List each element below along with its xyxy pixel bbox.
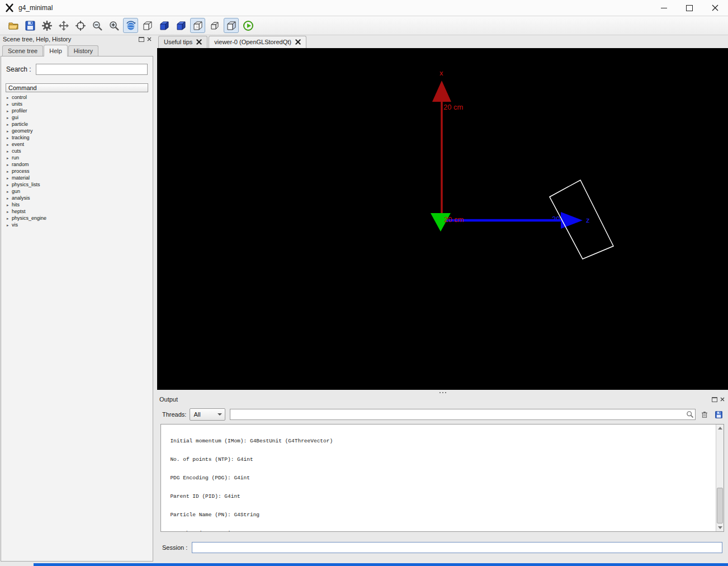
search-icon[interactable] xyxy=(686,411,694,418)
tree-item-vis[interactable]: vis xyxy=(7,221,148,228)
projection-cube-icon xyxy=(209,20,220,31)
hidden-line-removal-button[interactable] xyxy=(190,18,205,33)
output-dock-title: Output xyxy=(159,396,178,403)
projection-button[interactable] xyxy=(207,18,222,33)
move-button[interactable] xyxy=(56,18,71,33)
clear-output-button[interactable] xyxy=(699,409,710,419)
close-button[interactable] xyxy=(702,0,728,16)
expand-arrow-icon[interactable] xyxy=(7,95,12,100)
open-button[interactable] xyxy=(6,18,21,33)
command-tree-header[interactable]: Command xyxy=(6,83,148,92)
tree-item-control[interactable]: control xyxy=(7,94,148,101)
expand-arrow-icon[interactable] xyxy=(7,135,12,140)
expand-arrow-icon[interactable] xyxy=(7,162,12,167)
maximize-button[interactable] xyxy=(677,0,702,16)
tab-history[interactable]: History xyxy=(68,45,98,56)
expand-arrow-icon[interactable] xyxy=(7,188,12,194)
console-line: Particle Name (PN): G4String xyxy=(164,512,715,518)
hidden-line-surface-removal-button[interactable] xyxy=(224,18,239,33)
open-folder-icon xyxy=(8,20,19,31)
session-input[interactable] xyxy=(192,542,722,553)
tree-item-heptst[interactable]: heptst xyxy=(7,208,148,215)
expand-arrow-icon[interactable] xyxy=(7,182,12,187)
expand-arrow-icon[interactable] xyxy=(7,222,12,228)
console-line: No. of points (NTP): G4int xyxy=(164,456,715,463)
tree-item-profiler[interactable]: profiler xyxy=(7,107,148,114)
zoom-out-button[interactable] xyxy=(89,18,105,33)
threads-combobox[interactable]: All xyxy=(190,408,225,421)
tab-viewer-0[interactable]: viewer-0 (OpenGLStoredQt) xyxy=(209,36,306,48)
title-bar[interactable]: g4_minimal xyxy=(0,0,728,16)
expand-arrow-icon[interactable] xyxy=(7,115,12,120)
solid-view-button[interactable] xyxy=(157,18,172,33)
expand-arrow-icon[interactable] xyxy=(7,202,12,207)
tree-item-gui[interactable]: gui xyxy=(7,114,148,121)
output-filter-input[interactable] xyxy=(230,410,695,420)
tree-item-analysis[interactable]: analysis xyxy=(7,195,148,201)
expand-arrow-icon[interactable] xyxy=(7,148,12,154)
dock-close-icon[interactable] xyxy=(147,37,152,41)
scrollbar-thumb[interactable] xyxy=(717,488,723,523)
opengl-viewport[interactable]: x 20 cm 20 cm z 20 cm xyxy=(157,48,728,390)
tree-item-tracking[interactable]: tracking xyxy=(7,134,148,141)
gear-icon xyxy=(41,20,53,31)
tab-useful-tips[interactable]: Useful tips xyxy=(158,36,207,48)
tree-item-gun[interactable]: gun xyxy=(7,188,148,195)
tab-scene-tree[interactable]: Scene tree xyxy=(2,45,43,56)
minimize-button[interactable] xyxy=(651,0,677,16)
command-tree: control units profiler gui particle geom… xyxy=(7,94,148,228)
output-console[interactable]: Initial momentum (IMom): G4BestUnit (G4T… xyxy=(160,424,724,532)
pick-button[interactable] xyxy=(73,18,88,33)
left-dock-header[interactable]: Scene tree, Help, History xyxy=(0,35,155,44)
save-output-button[interactable] xyxy=(713,409,724,419)
output-dock-header[interactable]: Output xyxy=(157,395,728,404)
zoom-in-button[interactable] xyxy=(106,18,121,33)
surface-view-button[interactable] xyxy=(173,18,188,33)
tab-close-icon[interactable] xyxy=(196,39,202,45)
expand-arrow-icon[interactable] xyxy=(7,128,12,134)
rotate-button[interactable] xyxy=(123,18,138,33)
search-label: Search : xyxy=(6,65,31,73)
threads-combobox-value: All xyxy=(193,411,200,418)
x-axis-arrowhead xyxy=(432,81,451,102)
scroll-down-icon[interactable] xyxy=(716,524,724,531)
save-button[interactable] xyxy=(22,18,37,33)
tree-item-material[interactable]: material xyxy=(7,174,148,181)
horizontal-splitter-handle[interactable] xyxy=(157,390,728,395)
tree-item-geometry[interactable]: geometry xyxy=(7,128,148,134)
run-button[interactable] xyxy=(240,18,256,33)
console-line: G4SmoothTrajectoryPoint: xyxy=(164,530,715,532)
z-axis-label: z xyxy=(586,216,590,224)
search-input[interactable] xyxy=(36,64,148,75)
tree-item-physics-engine[interactable]: physics_engine xyxy=(7,215,148,221)
expand-arrow-icon[interactable] xyxy=(7,209,12,214)
tab-close-icon[interactable] xyxy=(295,39,301,45)
dock-float-icon[interactable] xyxy=(712,397,717,402)
dock-close-icon[interactable] xyxy=(720,397,725,402)
settings-button[interactable] xyxy=(39,18,54,33)
tree-item-physics-lists[interactable]: physics_lists xyxy=(7,181,148,188)
expand-arrow-icon[interactable] xyxy=(7,175,12,181)
tree-item-process[interactable]: process xyxy=(7,168,148,174)
threads-label: Threads: xyxy=(162,411,186,418)
tab-help[interactable]: Help xyxy=(44,45,68,56)
tree-item-event[interactable]: event xyxy=(7,141,148,148)
tree-item-particle[interactable]: particle xyxy=(7,121,148,128)
expand-arrow-icon[interactable] xyxy=(7,168,12,174)
expand-arrow-icon[interactable] xyxy=(7,101,12,107)
expand-arrow-icon[interactable] xyxy=(7,155,12,161)
console-scrollbar[interactable] xyxy=(716,424,724,531)
expand-arrow-icon[interactable] xyxy=(7,215,12,221)
wireframe-button[interactable] xyxy=(140,18,155,33)
tree-item-hits[interactable]: hits xyxy=(7,201,148,208)
expand-arrow-icon[interactable] xyxy=(7,108,12,114)
tree-item-cuts[interactable]: cuts xyxy=(7,148,148,154)
scroll-up-icon[interactable] xyxy=(716,424,724,432)
expand-arrow-icon[interactable] xyxy=(7,121,12,127)
tree-item-units[interactable]: units xyxy=(7,101,148,107)
expand-arrow-icon[interactable] xyxy=(7,142,12,147)
expand-arrow-icon[interactable] xyxy=(7,195,12,201)
dock-float-icon[interactable] xyxy=(139,37,144,42)
tree-item-run[interactable]: run xyxy=(7,154,148,161)
tree-item-random[interactable]: random xyxy=(7,161,148,168)
